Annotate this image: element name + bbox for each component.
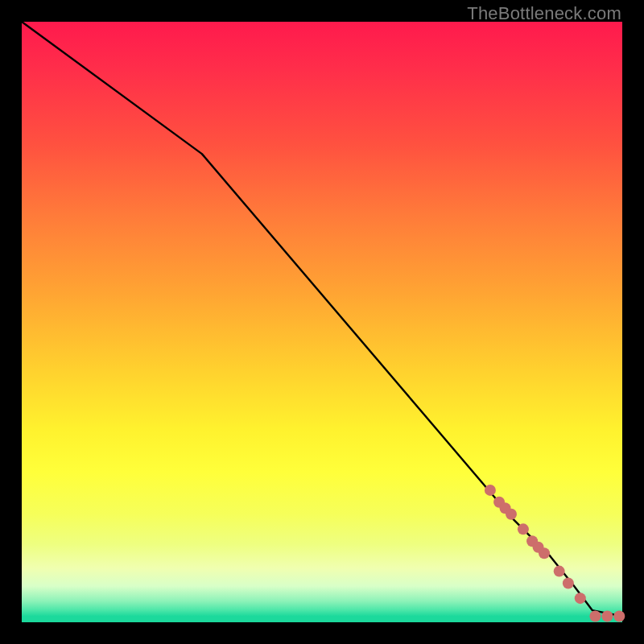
marker-group [485, 485, 625, 622]
data-marker [601, 611, 613, 622]
data-marker [506, 509, 517, 520]
plot-area [22, 22, 622, 622]
data-marker [539, 547, 550, 559]
bottleneck-curve-line [22, 22, 622, 617]
chart-frame: TheBottleneck.com [0, 0, 644, 644]
data-marker [589, 611, 601, 622]
data-marker [613, 611, 625, 622]
data-marker [554, 566, 565, 577]
data-marker [518, 523, 529, 535]
data-marker [485, 485, 496, 496]
data-marker [563, 578, 574, 589]
data-marker [575, 592, 586, 604]
bottleneck-chart-svg [22, 22, 622, 622]
